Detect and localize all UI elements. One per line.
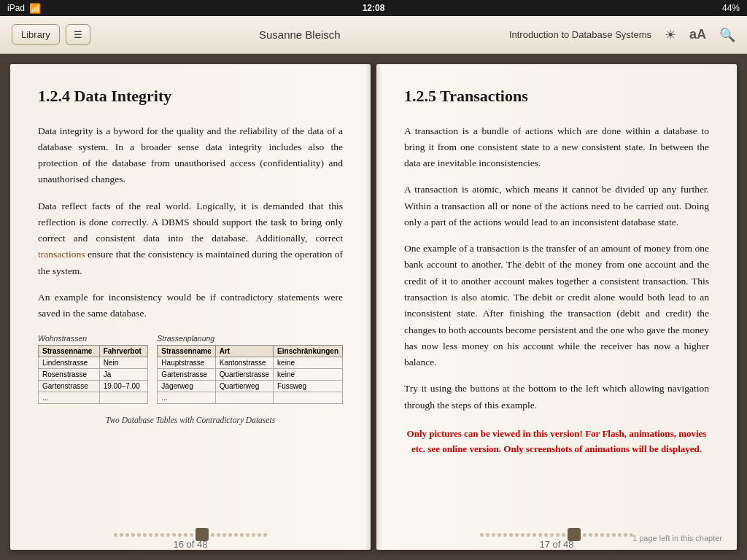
dot xyxy=(544,533,548,537)
table-row: Jägerweg Quartierweg Fussweg xyxy=(158,380,343,392)
wifi-icon: 📶 xyxy=(29,3,41,14)
dot xyxy=(137,533,141,537)
dot xyxy=(624,533,627,537)
toc-icon: ☰ xyxy=(74,29,82,40)
dot xyxy=(240,533,244,537)
brightness-icon[interactable]: ☀ xyxy=(665,27,676,43)
table1-r4c1: ... xyxy=(39,392,100,403)
table2-r1c2: Kantonstrasse xyxy=(215,357,273,368)
table2-r1c1: Hauptstrasse xyxy=(158,357,215,368)
table2-wrapper: Strassenplanung Strassenname Art Einschr… xyxy=(157,334,343,404)
left-para2-text: Data reflect facts of the real world. Lo… xyxy=(38,201,343,244)
dot xyxy=(120,533,123,537)
table1-r4c2 xyxy=(99,392,148,403)
dot xyxy=(595,533,598,537)
left-page: 1.2.4 Data Integrity Data integrity is a… xyxy=(10,64,371,550)
right-page: 1.2.5 Transactions A transaction is a bu… xyxy=(376,64,737,550)
dot xyxy=(172,533,176,537)
dot xyxy=(143,533,147,537)
table1-r3c1: Gartenstrasse xyxy=(39,380,100,392)
table2-r4c3 xyxy=(274,392,343,403)
left-para1: Data integrity is a byword for the quali… xyxy=(38,123,343,188)
table1-r3c2: 19.00–7.00 xyxy=(99,380,148,392)
dot xyxy=(178,533,182,537)
dot xyxy=(184,533,187,537)
table1-col1-header: Strassenname xyxy=(39,345,100,357)
dot xyxy=(228,533,232,537)
table1-title: Wohnstrassen xyxy=(38,334,148,343)
dot xyxy=(562,533,565,537)
tables-container: Wohnstrassen Strassenname Fahrverbot Lin… xyxy=(38,334,343,404)
transactions-link[interactable]: transactions xyxy=(38,249,85,260)
toolbar-left: Library ☰ xyxy=(12,24,90,45)
dot xyxy=(252,533,255,537)
table1-r1c1: Lindenstrasse xyxy=(39,357,100,368)
left-para2: Data reflect facts of the real world. Lo… xyxy=(38,198,343,279)
table2-r2c2: Quartierstrasse xyxy=(215,368,273,380)
dot xyxy=(533,533,536,537)
dot xyxy=(258,533,261,537)
left-page-footer: 16 of 48 xyxy=(10,522,371,550)
right-para1: A transaction is a bundle of actions whi… xyxy=(404,123,709,172)
dot xyxy=(492,533,495,537)
dot xyxy=(155,533,158,537)
dot xyxy=(131,533,135,537)
table1-col2-header: Fahrverbot xyxy=(99,345,148,357)
dot-current xyxy=(568,528,581,541)
dot xyxy=(222,533,226,537)
dot xyxy=(509,533,513,537)
dot xyxy=(114,533,117,537)
table2-r2c1: Gartenstrasse xyxy=(158,368,215,380)
right-para2: A transaction is atomic, which means it … xyxy=(404,182,709,230)
left-chapter-title: 1.2.4 Data Integrity xyxy=(38,86,343,107)
dot xyxy=(166,533,170,537)
dot xyxy=(160,533,164,537)
dot xyxy=(498,533,501,537)
dot xyxy=(190,533,193,537)
status-bar: iPad 📶 12:08 44% xyxy=(0,0,747,16)
table-caption: Two Database Tables with Contradictory D… xyxy=(38,416,343,424)
toc-button[interactable]: ☰ xyxy=(66,24,90,45)
font-size-icon[interactable]: aA xyxy=(689,27,706,42)
table2-col3-header: Einschränkungen xyxy=(274,345,343,357)
table-row: Gartenstrasse Quartierstrasse keine xyxy=(158,368,343,380)
device-label: iPad xyxy=(7,3,25,13)
dot xyxy=(538,533,542,537)
table1-r1c2: Nein xyxy=(99,357,148,368)
table1: Strassenname Fahrverbot Lindenstrasse Ne… xyxy=(38,345,148,404)
table2-r4c2 xyxy=(215,392,273,403)
dot xyxy=(550,533,554,537)
dot xyxy=(612,533,616,537)
book-spine xyxy=(372,64,375,550)
dot xyxy=(600,533,604,537)
table-row: ... xyxy=(158,392,343,403)
dot xyxy=(515,533,519,537)
dot-current xyxy=(196,528,209,541)
status-time: 12:08 xyxy=(363,3,385,13)
author-label: Susanne Bleisch xyxy=(259,28,341,41)
table2-r1c3: keine xyxy=(274,357,343,368)
table2: Strassenname Art Einschränkungen Hauptst… xyxy=(157,345,343,404)
book-title-label: Introduction to Database Systems xyxy=(509,29,651,40)
dot xyxy=(527,533,530,537)
dot xyxy=(486,533,489,537)
library-button[interactable]: Library xyxy=(12,24,60,45)
table-row: Lindenstrasse Nein xyxy=(39,357,148,368)
table-row: Rosenstrasse Ja xyxy=(39,368,148,380)
status-right: 44% xyxy=(722,3,740,13)
dot xyxy=(234,533,238,537)
dot xyxy=(263,533,267,537)
dot xyxy=(583,533,587,537)
dot xyxy=(618,533,622,537)
dot xyxy=(211,533,214,537)
right-chapter-title: 1.2.5 Transactions xyxy=(404,86,709,107)
dot xyxy=(480,533,484,537)
dot xyxy=(149,533,152,537)
dot xyxy=(606,533,610,537)
right-para3: One example of a transaction is the tran… xyxy=(404,241,709,370)
left-page-content: 1.2.4 Data Integrity Data integrity is a… xyxy=(10,64,371,522)
search-icon[interactable]: 🔍 xyxy=(719,27,735,43)
flash-warning: Only pictures can be viewed in this vers… xyxy=(404,427,709,457)
dot xyxy=(217,533,220,537)
right-page-content: 1.2.5 Transactions A transaction is a bu… xyxy=(376,64,737,522)
